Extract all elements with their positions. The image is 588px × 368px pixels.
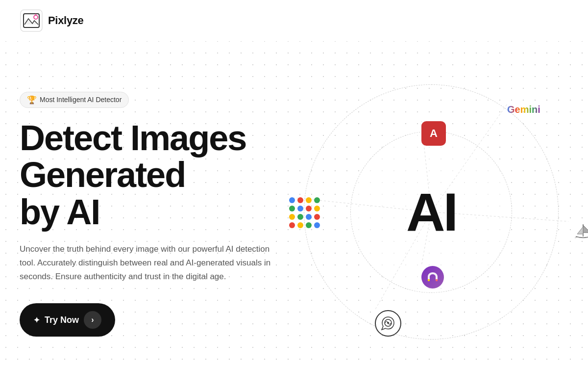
hero-description: Uncover the truth behind every image wit…: [20, 242, 274, 284]
anthropic-icon: A: [421, 121, 446, 146]
badge-text: Most Intelligent AI Detector: [40, 96, 122, 104]
midjourney-icon: [573, 222, 588, 245]
hero-title-line1: Detect Images: [20, 118, 246, 158]
main-content: 🏆 Most Intelligent AI Detector Detect Im…: [0, 41, 588, 368]
cta-label: Try Now: [45, 315, 79, 325]
gemini-text: Gemini: [507, 104, 540, 115]
hero-title: Detect Images Generated by AI: [20, 120, 294, 231]
anthropic-logo: A: [421, 121, 446, 146]
arrow-icon: ›: [84, 311, 101, 329]
sparkle-icon: ✦: [33, 315, 40, 325]
svg-point-14: [387, 322, 389, 324]
right-section: AI Gemini A: [294, 70, 568, 354]
svg-rect-11: [428, 279, 430, 281]
openai-icon: [375, 310, 401, 337]
midjourney-logo: [573, 222, 588, 245]
logo[interactable]: Pixlyze: [20, 9, 84, 32]
header: Pixlyze: [0, 0, 588, 41]
logo-text: Pixlyze: [48, 14, 84, 27]
logo-icon: [20, 9, 43, 32]
hero-title-line2: Generated: [20, 155, 185, 194]
instill-logo: [421, 266, 444, 289]
gemini-icon: Gemini: [507, 104, 540, 115]
hero-title-line3: by AI: [20, 192, 99, 232]
google-dots-icon: [289, 197, 320, 228]
openai-logo: [375, 310, 401, 337]
instill-icon: [421, 266, 444, 289]
badge: 🏆 Most Intelligent AI Detector: [20, 92, 129, 108]
google-dots-grid: [289, 197, 320, 228]
badge-icon: 🏆: [27, 95, 37, 105]
center-ai-text: AI: [406, 185, 456, 239]
try-now-button[interactable]: ✦ Try Now ›: [20, 303, 115, 337]
svg-rect-12: [436, 279, 438, 281]
left-section: 🏆 Most Intelligent AI Detector Detect Im…: [20, 87, 294, 337]
